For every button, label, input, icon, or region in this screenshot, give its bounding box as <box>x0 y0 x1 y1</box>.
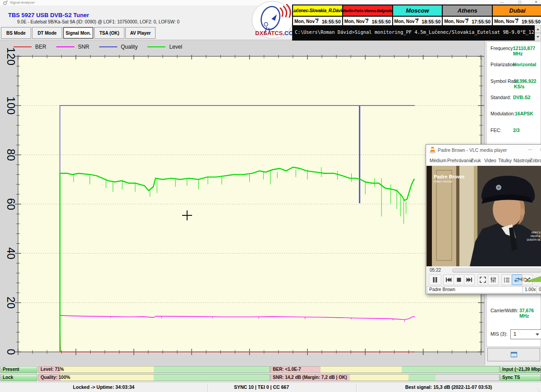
time-berlin: Mon, Nov 7 +1 16:55:50 <box>343 16 393 26</box>
time-dubai: Mon, Nov 7 +4 19:55:50 <box>493 16 541 26</box>
crosshair-cursor <box>187 210 188 220</box>
param-value: Horizontal <box>513 62 536 67</box>
scroll-up-button[interactable] <box>535 25 541 33</box>
mis-dropdown[interactable]: 1 <box>510 329 541 339</box>
svg-text:0: 0 <box>5 349 17 355</box>
next-button[interactable] <box>464 274 475 285</box>
menu-medium[interactable]: Médium <box>430 158 446 163</box>
vlc-window-title: Padre Brown - VLC media player <box>438 147 507 153</box>
arrow-down-icon <box>536 36 539 38</box>
menu-zobrazit[interactable]: Zobraziť <box>530 158 541 163</box>
vlc-titlebar[interactable]: Padre Brown - VLC media player — ▢ <box>426 145 541 156</box>
ber-gauge: BER: <1.0E-7 <box>270 366 500 373</box>
city-athens: Athens <box>443 5 493 16</box>
menu-titulky[interactable]: Titulky <box>498 158 512 163</box>
mis-label: MIS (3): <box>491 331 507 337</box>
pause-button[interactable] <box>429 274 441 285</box>
tab-dt-mode[interactable]: DT Mode <box>32 27 62 39</box>
svg-text:DXSATCS.COM: DXSATCS.COM <box>255 30 294 36</box>
signal-chart-panel: BER SNR Quality Level 020406080100120 <box>0 40 485 365</box>
quality-gauge: Quality: 100% <box>38 374 270 381</box>
city-lucenec: Lučenec-Slovakia_R.Dávid <box>293 5 343 16</box>
svg-text:PEOPLE: PEOPLE <box>531 235 541 237</box>
video-scene: Padre Brown PRIMA VISIONE GREY'S PEOPLE … <box>426 166 541 266</box>
svg-text:40: 40 <box>5 247 17 260</box>
stop-button[interactable] <box>454 274 464 285</box>
param-value: DVB-S2 <box>513 95 531 100</box>
previous-button[interactable] <box>443 274 454 285</box>
volume-slider[interactable] <box>525 275 541 283</box>
statusbar-divider <box>207 383 208 392</box>
param-label: FEC: <box>491 128 501 133</box>
video-overlay-subtitle: PRIMA VISIONE <box>434 180 453 183</box>
param-value: 16APSK <box>515 111 533 116</box>
cmd-scrollbar <box>535 25 541 41</box>
vlc-menubar: Médium Prehrávanie Zvuk Video Titulky Ná… <box>426 156 541 166</box>
tuner-title: TBS 5927 USB DVB-S2 Tuner <box>8 12 89 18</box>
pause-icon <box>432 277 438 283</box>
sync-ts-indicator: Sync TS <box>500 374 541 381</box>
minimize-button[interactable]: — <box>496 0 508 5</box>
time-moscow: Mon, Nov 7 +3 18:55:50 <box>393 16 443 26</box>
time-athens: Mon, Nov 7 +2 17:55:50 <box>443 16 493 26</box>
signal-monitoring-chart[interactable]: 020406080100120 <box>0 40 485 365</box>
dxsatcs-logo: DXSATCS.COM <box>251 1 294 41</box>
equalizer-icon <box>490 277 496 283</box>
elapsed-time: 05:22 <box>430 268 441 273</box>
vlc-controls <box>426 274 541 285</box>
arrow-up-icon <box>536 28 539 30</box>
tab-tsa[interactable]: TSA (OK) <box>94 27 124 39</box>
video-frame[interactable]: Padre Brown PRIMA VISIONE GREY'S PEOPLE … <box>426 166 541 266</box>
app-title: Signal Analyzer <box>10 0 35 5</box>
menu-prehravanie[interactable]: Prehrávanie <box>447 158 473 163</box>
best-signal-status: Best signal: 15,3 dB (2022-11-07 03:53) <box>405 384 492 390</box>
mis-value: 1 <box>513 331 516 337</box>
menu-nastroje[interactable]: Nástroje <box>513 158 531 163</box>
vlc-timebar: 05:22 <box>426 266 541 274</box>
transport-stream-button[interactable] <box>487 348 540 361</box>
video-overlay-title: Padre Brown <box>434 174 464 179</box>
adjustments-button[interactable] <box>488 274 499 285</box>
param-label: Frequency: <box>491 46 514 51</box>
present-indicator: Present <box>0 366 37 373</box>
playlist-button[interactable] <box>501 274 512 285</box>
menu-video[interactable]: Video <box>484 158 496 163</box>
command-prompt-text: C:\Users\Roman Dávid>Signal monitoring_P… <box>295 29 541 35</box>
clock-time-row: Mon, Nov 7 +1 16:55:50 Mon, Nov 7 +1 16:… <box>293 16 541 26</box>
sync-status: SYNC 10 | TEI 0 | CC 667 <box>234 384 289 390</box>
vlc-maximize-button[interactable]: ▢ <box>536 147 541 152</box>
now-playing-field: Padre Brown <box>427 286 523 293</box>
city-berlin: Berlin-Paris-Vienna-Belgrade <box>343 5 393 16</box>
signal-analyzer-window: Signal Analyzer — ▢ ✕ TBS 5927 USB DVB-S… <box>0 0 541 392</box>
time-lucenec: Mon, Nov 7 +1 16:55:50 <box>293 16 343 26</box>
status-bar: Locked -> Uptime: 34:03:34 SYNC 10 | TEI… <box>0 382 541 392</box>
tab-signal-mon[interactable]: Signal Mon. <box>63 27 93 39</box>
app-icon <box>3 0 8 5</box>
vlc-minimize-button[interactable]: — <box>524 147 536 152</box>
input-indicator: Input (~21,39 Mbps) <box>500 366 541 373</box>
param-label: Modulation: <box>491 111 515 116</box>
resize-grip[interactable]: ⋱ <box>536 388 540 392</box>
vlc-statusbar: Padre Brown 1.00x 05: <box>426 285 541 294</box>
param-label: CarrierWidth: <box>491 308 518 313</box>
maximize-button[interactable]: ▢ <box>514 0 526 5</box>
svg-text:120: 120 <box>5 47 17 65</box>
speaker-icon[interactable] <box>519 276 525 283</box>
menu-zvuk[interactable]: Zvuk <box>471 158 481 163</box>
scroll-down-button[interactable] <box>535 33 541 41</box>
param-value: 31396,922 KS/s <box>514 78 541 89</box>
playback-speed[interactable]: 1.00x <box>523 286 537 293</box>
tab-av-player[interactable]: AV Player <box>125 27 156 39</box>
close-button[interactable]: ✕ <box>530 0 541 5</box>
playlist-icon <box>504 277 510 283</box>
chevron-down-icon <box>536 333 539 336</box>
seek-slider[interactable] <box>452 269 541 273</box>
param-value: 12110,877 MHz <box>513 46 541 56</box>
fullscreen-button[interactable] <box>477 274 488 285</box>
tab-bs-mode[interactable]: BS Mode <box>1 27 31 39</box>
logo-text-red: DXSATCS <box>255 30 283 36</box>
lock-indicator: Lock <box>0 374 37 381</box>
mode-tabs: BS Mode DT Mode Signal Mon. TSA (OK) AV … <box>1 27 156 38</box>
command-prompt-window[interactable]: C:\Users\Roman Dávid>Signal monitoring_P… <box>292 25 541 41</box>
uptime-status: Locked -> Uptime: 34:03:34 <box>73 384 134 390</box>
